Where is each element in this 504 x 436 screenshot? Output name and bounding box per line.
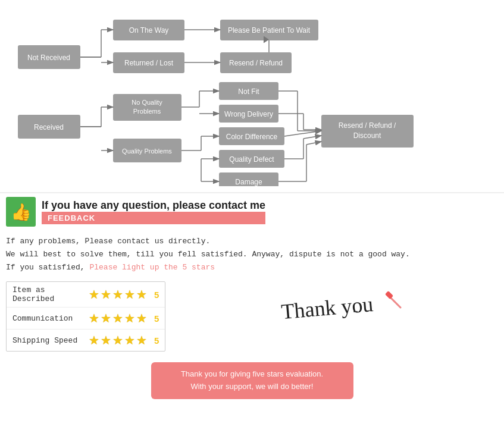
star-2: ★ [101,311,111,325]
thankyou-banner-wrapper: Thank you for giving five stars evaluati… [0,357,504,416]
svg-text:On The Way: On The Way [129,26,169,34]
feedback-bar: FEEDBACK [42,212,265,224]
star-5: ★ [136,287,147,302]
svg-line-61 [284,131,321,136]
rating-row-ship: Shipping Speed ★ ★ ★ ★ ★ 5 [7,330,165,351]
feedback-line2: We will best to solve them, till you fel… [6,248,498,261]
svg-text:Resend / Refund /: Resend / Refund / [339,121,396,130]
thankyou-script-svg: Thank you ... [276,290,406,343]
svg-text:Please Be Patient To Wait: Please Be Patient To Wait [228,26,311,34]
svg-text:Damage: Damage [235,178,262,186]
svg-text:Returned / Lost: Returned / Lost [124,59,174,67]
thumb-icon: 👍 [6,197,36,227]
star-4: ★ [124,311,135,325]
rating-num-ship: 5 [154,335,159,346]
feedback-line3-prefix: If you satisfied, [6,263,89,272]
svg-text:Quality Problems: Quality Problems [122,148,172,155]
feedback-body: If any problems, Please contact us direc… [0,230,504,278]
ratings-section: Item as Described ★ ★ ★ ★ ★ 5 Communicat… [0,278,504,357]
rating-row-comm: Communication ★ ★ ★ ★ ★ 5 [7,308,165,330]
svg-text:Quality Defect: Quality Defect [229,155,274,164]
stars-ship: ★ ★ ★ ★ ★ [89,333,147,347]
star-5: ★ [136,311,147,325]
flowchart-svg: Not Received On The Way Returned / Lost … [12,11,500,186]
rating-num-comm: 5 [154,313,159,324]
thankyou-banner: Thank you for giving five stars evaluati… [151,362,353,399]
svg-text:Discount: Discount [353,131,381,140]
svg-text:No Quality: No Quality [132,99,162,106]
flowchart-section: Not Received On The Way Returned / Lost … [0,0,504,192]
rating-label-ship: Shipping Speed [12,336,84,345]
svg-text:Resend / Refund: Resend / Refund [229,59,283,67]
rating-row-item: Item as Described ★ ★ ★ ★ ★ 5 [7,282,165,308]
feedback-line3: If you satisfied, Please light up the 5 … [6,261,498,274]
svg-text:Not Received: Not Received [27,54,70,62]
rating-num-item: 5 [154,290,159,300]
thankyou-banner-line1: Thank you for giving five stars evaluati… [169,368,336,381]
svg-text:Problems: Problems [133,108,161,115]
thankyou-banner-line2: With your support, we will do better! [169,381,336,393]
stars-item: ★ ★ ★ ★ ★ [89,287,147,302]
star-1: ★ [89,311,99,325]
svg-text:Not Fit: Not Fit [238,87,259,96]
star-5: ★ [136,333,147,347]
contact-section: 👍 If you have any question, please conta… [0,192,504,230]
svg-line-67 [306,142,321,145]
rating-label-comm: Communication [12,314,84,323]
svg-text:Received: Received [34,123,64,131]
svg-text:Color Difference: Color Difference [226,133,278,141]
ratings-table: Item as Described ★ ★ ★ ★ ★ 5 Communicat… [6,281,165,352]
star-2: ★ [101,333,111,347]
svg-text:Wrong Delivery: Wrong Delivery [224,110,273,118]
contact-title: If you have any question, please contact… [42,199,265,212]
star-4: ★ [124,333,135,347]
svg-line-64 [303,136,321,139]
star-3: ★ [112,333,123,347]
feedback-line1: If any problems, Please contact us direc… [6,235,498,248]
star-3: ★ [112,287,123,302]
feedback-bar-label: FEEDBACK [48,214,95,222]
thankyou-area: Thank you ... [165,290,498,343]
stars-comm: ★ ★ ★ ★ ★ [89,311,147,325]
star-3: ★ [112,311,123,325]
star-1: ★ [89,287,99,302]
star-4: ★ [124,287,135,302]
rating-label-item: Item as Described [12,286,84,303]
feedback-line3-highlight: Please light up the 5 stars [89,263,215,272]
star-1: ★ [89,333,99,347]
svg-text:...: ... [353,303,361,315]
star-2: ★ [101,287,111,302]
